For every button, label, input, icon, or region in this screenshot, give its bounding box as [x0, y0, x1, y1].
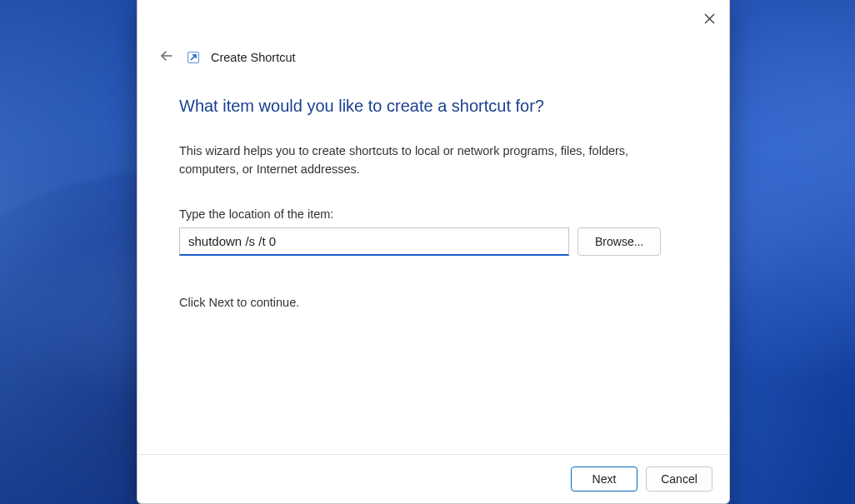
location-input[interactable]: [179, 227, 569, 256]
browse-button[interactable]: Browse...: [578, 227, 661, 256]
wizard-footer: Next Cancel: [138, 454, 729, 503]
close-button[interactable]: [696, 8, 722, 32]
cancel-button[interactable]: Cancel: [646, 467, 712, 492]
continue-hint: Click Next to continue.: [179, 296, 688, 309]
dialog-titlebar: [138, 0, 729, 33]
location-label: Type the location of the item:: [179, 207, 688, 221]
wizard-description: This wizard helps you to create shortcut…: [179, 142, 646, 179]
arrow-left-icon: [159, 48, 174, 67]
next-button[interactable]: Next: [571, 467, 638, 492]
location-row: Browse...: [179, 227, 688, 256]
back-button[interactable]: [158, 48, 176, 67]
wizard-content: What item would you like to create a sho…: [138, 70, 729, 454]
wizard-title-row: Create Shortcut: [138, 33, 729, 70]
wizard-title: Create Shortcut: [211, 51, 296, 64]
create-shortcut-dialog: Create Shortcut What item would you like…: [137, 0, 730, 504]
close-icon: [704, 12, 715, 27]
shortcut-icon: [188, 52, 199, 63]
wizard-heading: What item would you like to create a sho…: [179, 97, 688, 116]
